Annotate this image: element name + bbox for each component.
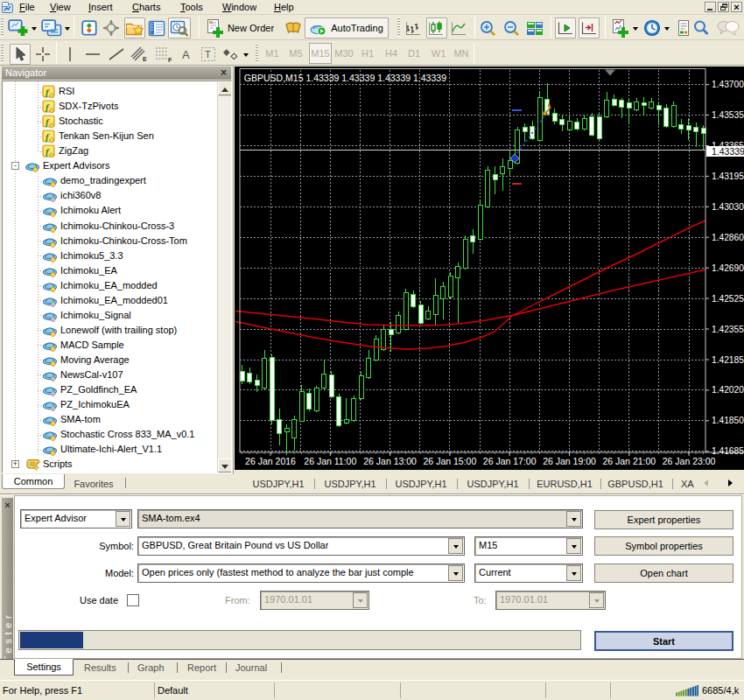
svg-text:1.43030: 1.43030 [712, 202, 744, 212]
svg-text:1.43700: 1.43700 [712, 80, 744, 89]
svg-text:26 Jan 17:00: 26 Jan 17:00 [483, 456, 537, 466]
svg-text:26 Jan 23:00: 26 Jan 23:00 [663, 456, 716, 466]
svg-text:1.42020: 1.42020 [712, 385, 744, 395]
svg-text:1.42860: 1.42860 [712, 233, 744, 242]
svg-text:1.43535: 1.43535 [712, 110, 744, 120]
svg-text:F: F [168, 57, 172, 63]
svg-text:E: E [143, 56, 147, 62]
svg-text:A: A [182, 48, 190, 61]
svg-text:26 Jan 15:00: 26 Jan 15:00 [424, 456, 477, 466]
svg-text:1.41685: 1.41685 [712, 446, 744, 456]
svg-text:26 Jan 11:00: 26 Jan 11:00 [304, 456, 356, 466]
svg-text:1.42185: 1.42185 [712, 355, 744, 365]
svg-text:1.43195: 1.43195 [712, 172, 744, 181]
svg-text:26 Jan 13:00: 26 Jan 13:00 [363, 456, 417, 466]
svg-text:Tester: Tester [3, 612, 13, 662]
svg-text:26 Jan 2016: 26 Jan 2016 [245, 456, 296, 466]
svg-text:1.43339: 1.43339 [712, 146, 744, 157]
svg-text:T: T [205, 49, 211, 60]
svg-text:26 Jan 19:00: 26 Jan 19:00 [543, 456, 596, 466]
svg-text:26 Jan 21:00: 26 Jan 21:00 [602, 456, 656, 466]
svg-text:1.41850: 1.41850 [712, 416, 744, 425]
svg-text:1.42355: 1.42355 [712, 325, 744, 334]
svg-text:1.42525: 1.42525 [712, 294, 744, 304]
svg-text:1.42690: 1.42690 [712, 263, 744, 273]
svg-text:GBPUSD,M15 1.43339 1.43339 1.: GBPUSD,M15 1.43339 1.43339 1.43339 1.433… [244, 73, 446, 83]
